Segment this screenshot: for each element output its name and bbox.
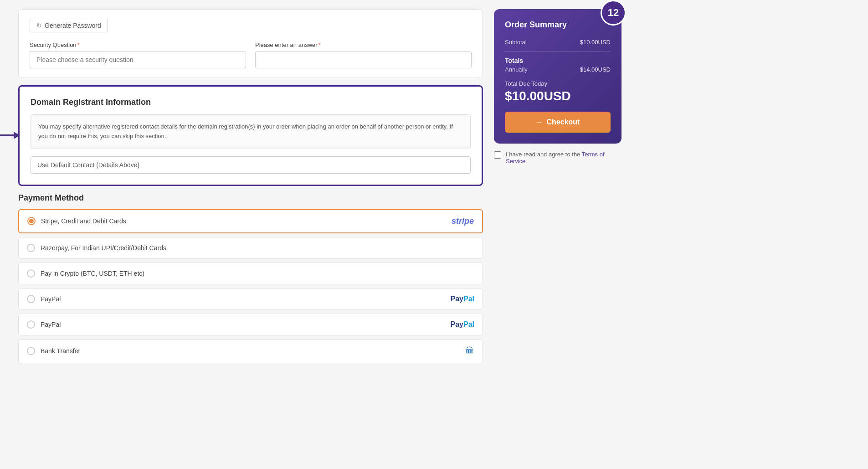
paypal1-option-left: PayPal bbox=[27, 295, 61, 303]
paypal2-option-left: PayPal bbox=[27, 320, 61, 329]
paypal1-logo: PayPal bbox=[451, 295, 474, 303]
stripe-radio[interactable] bbox=[27, 217, 36, 225]
answer-group: Please enter an answer* bbox=[255, 41, 472, 68]
domain-registrant-section: Domain Registrant Information You may sp… bbox=[18, 85, 483, 186]
security-question-group: Security Question* bbox=[30, 41, 246, 68]
paypal1-label: PayPal bbox=[41, 295, 61, 303]
paypal2-label: PayPal bbox=[41, 321, 61, 328]
payment-option-crypto[interactable]: Pay in Crypto (BTC, USDT, ETH etc) bbox=[18, 263, 483, 284]
arrow-shaft bbox=[0, 134, 14, 136]
security-question-input[interactable] bbox=[30, 51, 246, 68]
crypto-radio[interactable] bbox=[27, 269, 35, 278]
arrow-head bbox=[14, 132, 20, 139]
generate-password-button[interactable]: ↻ Generate Password bbox=[30, 19, 108, 32]
annually-label: Annually bbox=[505, 66, 528, 73]
answer-input[interactable] bbox=[255, 51, 472, 68]
checkout-button[interactable]: → Checkout bbox=[505, 112, 611, 133]
razorpay-option-left: Razorpay, For Indian UPI/Credit/Debit Ca… bbox=[27, 244, 166, 252]
payment-section: Payment Method Stripe, Credit and Debit … bbox=[18, 193, 483, 363]
security-question-label: Security Question* bbox=[30, 41, 246, 48]
payment-option-paypal2[interactable]: PayPal PayPal bbox=[18, 314, 483, 335]
step-badge: 12 bbox=[601, 0, 626, 26]
payment-option-razorpay[interactable]: Razorpay, For Indian UPI/Credit/Debit Ca… bbox=[18, 237, 483, 259]
annually-row: Annually $14.00USD bbox=[505, 66, 611, 73]
paypal2-logo: PayPal bbox=[451, 320, 474, 329]
paypal1-radio[interactable] bbox=[27, 295, 35, 303]
domain-info-box: You may specify alternative registered c… bbox=[31, 114, 471, 149]
payment-section-title: Payment Method bbox=[18, 193, 483, 203]
terms-text: I have read and agree to the Terms of Se… bbox=[506, 151, 621, 165]
payment-option-bank[interactable]: Bank Transfer 🏛 bbox=[18, 339, 483, 363]
terms-checkbox[interactable] bbox=[494, 151, 501, 159]
order-summary-card: Order Summary Subtotal $10.00USD Totals … bbox=[494, 9, 621, 144]
payment-option-paypal1[interactable]: PayPal PayPal bbox=[18, 288, 483, 310]
bank-label: Bank Transfer bbox=[41, 347, 80, 355]
domain-contact-select[interactable]: Use Default Contact (Details Above) bbox=[31, 156, 471, 174]
answer-label: Please enter an answer* bbox=[255, 41, 472, 48]
stripe-label: Stripe, Credit and Debit Cards bbox=[41, 217, 126, 225]
domain-section-title: Domain Registrant Information bbox=[31, 98, 471, 107]
subtotal-label: Subtotal bbox=[505, 39, 527, 46]
total-due-amount: $10.00USD bbox=[505, 89, 611, 103]
razorpay-radio[interactable] bbox=[27, 244, 35, 252]
subtotal-value: $10.00USD bbox=[580, 39, 611, 46]
total-due-label: Total Due Today bbox=[505, 80, 611, 87]
subtotal-row: Subtotal $10.00USD bbox=[505, 39, 611, 46]
checkout-label: Checkout bbox=[547, 118, 580, 126]
bank-icon: 🏛 bbox=[465, 346, 474, 356]
checkout-arrow-icon: → bbox=[536, 118, 543, 126]
security-section: ↻ Generate Password Security Question* P… bbox=[18, 9, 483, 78]
bank-option-left: Bank Transfer bbox=[27, 347, 80, 355]
annually-value: $14.00USD bbox=[580, 66, 611, 73]
payment-option-stripe[interactable]: Stripe, Credit and Debit Cards stripe bbox=[18, 209, 483, 233]
arrow-indicator bbox=[0, 132, 20, 139]
stripe-option-left: Stripe, Credit and Debit Cards bbox=[27, 217, 126, 225]
totals-label: Totals bbox=[505, 57, 611, 64]
summary-divider bbox=[505, 51, 611, 52]
security-form-row: Security Question* Please enter an answe… bbox=[30, 41, 472, 68]
paypal2-radio[interactable] bbox=[27, 320, 35, 329]
razorpay-label: Razorpay, For Indian UPI/Credit/Debit Ca… bbox=[41, 244, 166, 252]
answer-required-star: * bbox=[318, 41, 321, 48]
generate-password-label: Generate Password bbox=[45, 22, 101, 29]
refresh-icon: ↻ bbox=[36, 22, 42, 29]
bank-radio[interactable] bbox=[27, 347, 35, 355]
required-star: * bbox=[77, 41, 80, 48]
order-summary-title: Order Summary bbox=[505, 20, 611, 30]
main-content: ↻ Generate Password Security Question* P… bbox=[18, 9, 483, 371]
domain-section-wrapper: Domain Registrant Information You may sp… bbox=[18, 85, 483, 186]
crypto-label: Pay in Crypto (BTC, USDT, ETH etc) bbox=[41, 270, 144, 277]
sidebar: 12 Order Summary Subtotal $10.00USD Tota… bbox=[494, 9, 621, 371]
crypto-option-left: Pay in Crypto (BTC, USDT, ETH etc) bbox=[27, 269, 144, 278]
stripe-logo: stripe bbox=[452, 216, 474, 226]
domain-info-text: You may specify alternative registered c… bbox=[38, 122, 463, 141]
terms-row: I have read and agree to the Terms of Se… bbox=[494, 151, 621, 165]
